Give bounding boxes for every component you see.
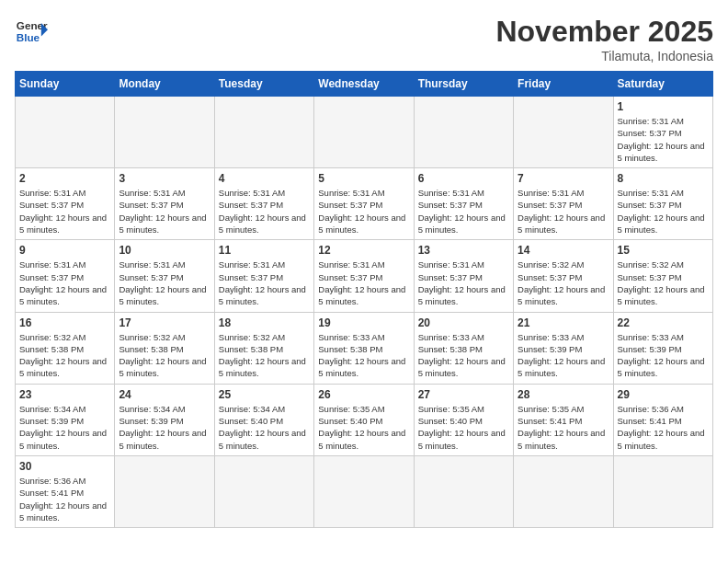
day-info: Sunrise: 5:31 AMSunset: 5:37 PMDaylight:… <box>618 187 709 236</box>
calendar-cell: 8Sunrise: 5:31 AMSunset: 5:37 PMDaylight… <box>613 168 712 240</box>
day-info: Sunrise: 5:31 AMSunset: 5:37 PMDaylight:… <box>418 259 509 307</box>
day-info: Sunrise: 5:35 AMSunset: 5:41 PMDaylight:… <box>518 403 609 452</box>
day-number: 9 <box>19 244 110 257</box>
day-info: Sunrise: 5:34 AMSunset: 5:39 PMDaylight:… <box>119 403 210 452</box>
calendar-cell: 13Sunrise: 5:31 AMSunset: 5:37 PMDayligh… <box>414 240 513 312</box>
day-number: 5 <box>318 172 409 185</box>
week-row-6: 30Sunrise: 5:36 AMSunset: 5:41 PMDayligh… <box>16 455 713 527</box>
week-row-5: 23Sunrise: 5:34 AMSunset: 5:39 PMDayligh… <box>16 384 713 455</box>
calendar-cell: 16Sunrise: 5:32 AMSunset: 5:38 PMDayligh… <box>16 312 115 384</box>
day-info: Sunrise: 5:32 AMSunset: 5:38 PMDaylight:… <box>119 331 210 380</box>
calendar-cell: 25Sunrise: 5:34 AMSunset: 5:40 PMDayligh… <box>214 384 313 455</box>
calendar-cell: 7Sunrise: 5:31 AMSunset: 5:37 PMDaylight… <box>514 168 613 240</box>
day-info: Sunrise: 5:34 AMSunset: 5:39 PMDaylight:… <box>19 403 110 452</box>
day-number: 22 <box>618 316 709 329</box>
day-number: 13 <box>418 244 509 257</box>
day-info: Sunrise: 5:35 AMSunset: 5:40 PMDaylight:… <box>318 403 409 452</box>
day-info: Sunrise: 5:36 AMSunset: 5:41 PMDaylight:… <box>19 475 110 523</box>
day-number: 26 <box>318 388 409 401</box>
day-number: 16 <box>19 316 110 329</box>
day-info: Sunrise: 5:31 AMSunset: 5:37 PMDaylight:… <box>119 187 210 236</box>
weekday-header-row: SundayMondayTuesdayWednesdayThursdayFrid… <box>16 72 713 97</box>
calendar-cell <box>514 97 613 168</box>
calendar-cell: 4Sunrise: 5:31 AMSunset: 5:37 PMDaylight… <box>214 168 313 240</box>
calendar-cell: 27Sunrise: 5:35 AMSunset: 5:40 PMDayligh… <box>414 384 513 455</box>
day-info: Sunrise: 5:32 AMSunset: 5:37 PMDaylight:… <box>518 259 609 307</box>
calendar-cell: 22Sunrise: 5:33 AMSunset: 5:39 PMDayligh… <box>613 312 712 384</box>
calendar-cell: 3Sunrise: 5:31 AMSunset: 5:37 PMDaylight… <box>115 168 214 240</box>
calendar-cell: 6Sunrise: 5:31 AMSunset: 5:37 PMDaylight… <box>414 168 513 240</box>
calendar-cell: 12Sunrise: 5:31 AMSunset: 5:37 PMDayligh… <box>314 240 414 312</box>
calendar-cell: 29Sunrise: 5:36 AMSunset: 5:41 PMDayligh… <box>613 384 712 455</box>
day-number: 23 <box>19 388 110 401</box>
location: Tilamuta, Indonesia <box>495 49 713 63</box>
calendar-cell <box>115 455 214 527</box>
day-info: Sunrise: 5:32 AMSunset: 5:38 PMDaylight:… <box>19 331 110 380</box>
calendar-cell <box>314 455 414 527</box>
weekday-header-monday: Monday <box>115 72 214 97</box>
day-info: Sunrise: 5:31 AMSunset: 5:37 PMDaylight:… <box>19 187 110 236</box>
day-number: 12 <box>318 244 409 257</box>
weekday-header-thursday: Thursday <box>414 72 513 97</box>
week-row-3: 9Sunrise: 5:31 AMSunset: 5:37 PMDaylight… <box>16 240 713 312</box>
calendar-cell <box>115 97 214 168</box>
calendar-cell: 14Sunrise: 5:32 AMSunset: 5:37 PMDayligh… <box>514 240 613 312</box>
calendar-cell <box>314 97 414 168</box>
calendar-cell <box>414 455 513 527</box>
day-info: Sunrise: 5:36 AMSunset: 5:41 PMDaylight:… <box>618 403 709 452</box>
calendar-cell: 9Sunrise: 5:31 AMSunset: 5:37 PMDaylight… <box>16 240 115 312</box>
day-number: 27 <box>418 388 509 401</box>
weekday-header-friday: Friday <box>514 72 613 97</box>
day-info: Sunrise: 5:31 AMSunset: 5:37 PMDaylight:… <box>219 259 310 307</box>
calendar-cell: 18Sunrise: 5:32 AMSunset: 5:38 PMDayligh… <box>214 312 313 384</box>
week-row-2: 2Sunrise: 5:31 AMSunset: 5:37 PMDaylight… <box>16 168 713 240</box>
day-info: Sunrise: 5:33 AMSunset: 5:39 PMDaylight:… <box>518 331 609 380</box>
day-info: Sunrise: 5:32 AMSunset: 5:37 PMDaylight:… <box>618 259 709 307</box>
day-info: Sunrise: 5:33 AMSunset: 5:38 PMDaylight:… <box>318 331 409 380</box>
week-row-1: 1Sunrise: 5:31 AMSunset: 5:37 PMDaylight… <box>16 97 713 168</box>
calendar-cell: 2Sunrise: 5:31 AMSunset: 5:37 PMDaylight… <box>16 168 115 240</box>
day-info: Sunrise: 5:33 AMSunset: 5:39 PMDaylight:… <box>618 331 709 380</box>
calendar-cell: 1Sunrise: 5:31 AMSunset: 5:37 PMDaylight… <box>613 97 712 168</box>
calendar-cell: 26Sunrise: 5:35 AMSunset: 5:40 PMDayligh… <box>314 384 414 455</box>
day-info: Sunrise: 5:33 AMSunset: 5:38 PMDaylight:… <box>418 331 509 380</box>
page-header: General Blue November 2025 Tilamuta, Ind… <box>15 15 713 63</box>
calendar-cell <box>214 455 313 527</box>
day-info: Sunrise: 5:34 AMSunset: 5:40 PMDaylight:… <box>219 403 310 452</box>
logo-icon: General Blue <box>15 15 48 48</box>
calendar-cell: 19Sunrise: 5:33 AMSunset: 5:38 PMDayligh… <box>314 312 414 384</box>
month-title: November 2025 <box>495 15 713 49</box>
day-number: 7 <box>518 172 609 185</box>
day-info: Sunrise: 5:31 AMSunset: 5:37 PMDaylight:… <box>219 187 310 236</box>
calendar-cell: 20Sunrise: 5:33 AMSunset: 5:38 PMDayligh… <box>414 312 513 384</box>
day-info: Sunrise: 5:31 AMSunset: 5:37 PMDaylight:… <box>618 115 709 164</box>
day-number: 1 <box>618 100 709 113</box>
day-number: 21 <box>518 316 609 329</box>
calendar-cell <box>613 455 712 527</box>
calendar-cell: 23Sunrise: 5:34 AMSunset: 5:39 PMDayligh… <box>16 384 115 455</box>
day-number: 19 <box>318 316 409 329</box>
day-number: 6 <box>418 172 509 185</box>
calendar-cell: 21Sunrise: 5:33 AMSunset: 5:39 PMDayligh… <box>514 312 613 384</box>
day-info: Sunrise: 5:31 AMSunset: 5:37 PMDaylight:… <box>19 259 110 307</box>
calendar-cell: 24Sunrise: 5:34 AMSunset: 5:39 PMDayligh… <box>115 384 214 455</box>
calendar-cell: 30Sunrise: 5:36 AMSunset: 5:41 PMDayligh… <box>16 455 115 527</box>
calendar-cell <box>414 97 513 168</box>
day-info: Sunrise: 5:31 AMSunset: 5:37 PMDaylight:… <box>119 259 210 307</box>
day-info: Sunrise: 5:31 AMSunset: 5:37 PMDaylight:… <box>418 187 509 236</box>
calendar-cell: 17Sunrise: 5:32 AMSunset: 5:38 PMDayligh… <box>115 312 214 384</box>
day-number: 2 <box>19 172 110 185</box>
day-number: 10 <box>119 244 210 257</box>
title-block: November 2025 Tilamuta, Indonesia <box>495 15 713 63</box>
day-number: 30 <box>19 460 110 473</box>
week-row-4: 16Sunrise: 5:32 AMSunset: 5:38 PMDayligh… <box>16 312 713 384</box>
day-info: Sunrise: 5:32 AMSunset: 5:38 PMDaylight:… <box>219 331 310 380</box>
day-number: 4 <box>219 172 310 185</box>
day-number: 8 <box>618 172 709 185</box>
day-number: 14 <box>518 244 609 257</box>
day-number: 11 <box>219 244 310 257</box>
day-info: Sunrise: 5:31 AMSunset: 5:37 PMDaylight:… <box>318 187 409 236</box>
day-number: 3 <box>119 172 210 185</box>
weekday-header-sunday: Sunday <box>16 72 115 97</box>
svg-text:Blue: Blue <box>17 31 40 43</box>
